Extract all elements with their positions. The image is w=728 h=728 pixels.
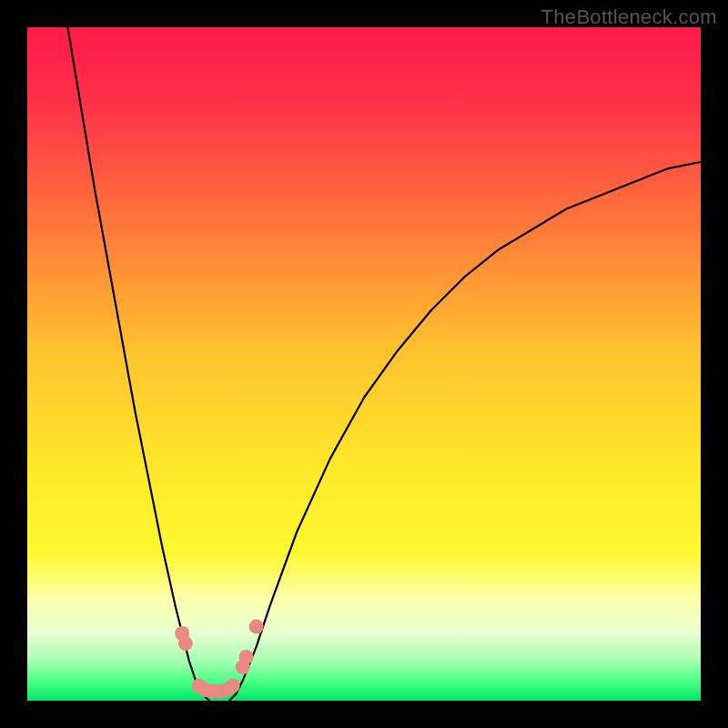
- marker-dot: [249, 620, 264, 634]
- marker-dot: [239, 650, 254, 664]
- plot-area: [27, 27, 701, 701]
- chart-frame: TheBottleneck.com: [0, 0, 728, 728]
- marker-dot: [226, 679, 240, 693]
- plot-svg: [27, 27, 701, 701]
- watermark-text: TheBottleneck.com: [541, 5, 717, 29]
- gradient-background: [27, 27, 701, 701]
- marker-dot: [178, 636, 193, 651]
